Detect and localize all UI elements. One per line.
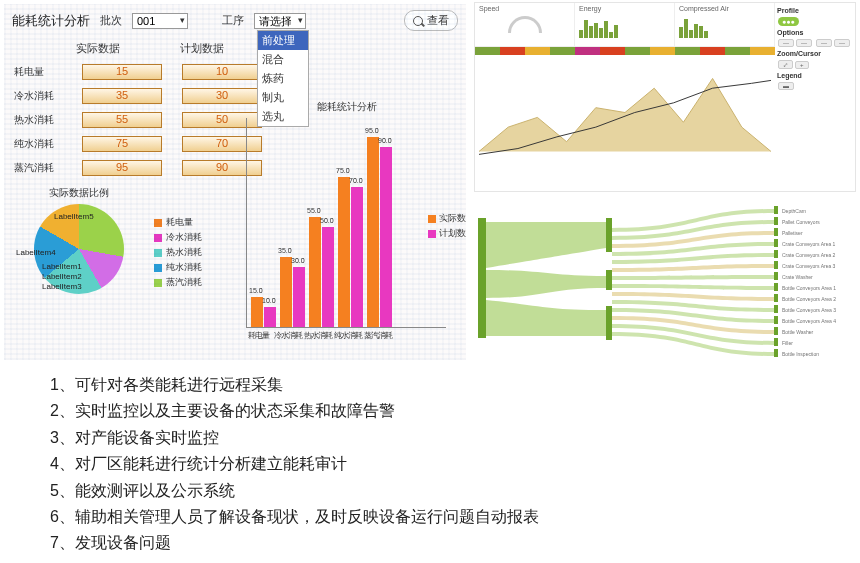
- svg-text:Bottle Inspection: Bottle Inspection: [782, 351, 819, 357]
- legend-swatch: [428, 215, 436, 223]
- panel-header: 能耗统计分析 批次 001 工序 请选择 查看: [4, 4, 466, 37]
- svg-text:DepthCam: DepthCam: [782, 208, 806, 214]
- svg-rect-4: [774, 206, 778, 214]
- legend-swatch: [154, 279, 162, 287]
- search-button[interactable]: 查看: [404, 10, 458, 31]
- trend-chart: [479, 59, 771, 169]
- list-item: 5、能效测评以及公示系统: [50, 478, 539, 504]
- pie-legend: 耗电量 冷水消耗 热水消耗 纯水消耗 蒸汽消耗: [154, 216, 202, 294]
- legend-swatch: [154, 234, 162, 242]
- svg-text:Crate Conveyors Area 1: Crate Conveyors Area 1: [782, 241, 836, 247]
- svg-text:Crate Washer: Crate Washer: [782, 274, 813, 280]
- bar-legend: 实际数 计划数: [428, 210, 466, 242]
- pie-graphic: LabelItem5 LabelItem4 LabelItem1 LabelIt…: [34, 204, 124, 294]
- feature-list: 1、可针对各类能耗进行远程采集2、实时监控以及主要设备的状态采集和故障告警3、对…: [50, 372, 539, 557]
- table-row: 耗电量1510: [14, 64, 466, 80]
- legend-swatch: [154, 264, 162, 272]
- option-button[interactable]: —: [796, 39, 812, 47]
- cursor-button[interactable]: +: [795, 61, 809, 69]
- svg-rect-18: [774, 283, 778, 291]
- dropdown-option[interactable]: 炼药: [258, 69, 308, 88]
- svg-rect-8: [774, 228, 778, 236]
- svg-text:Bottle Conveyors Area 2: Bottle Conveyors Area 2: [782, 296, 836, 302]
- list-item: 4、对厂区能耗进行统计分析建立能耗审计: [50, 451, 539, 477]
- svg-rect-12: [774, 250, 778, 258]
- gauge-energy: Energy: [575, 3, 675, 46]
- sankey-diagram: DepthCamPallet ConveyorsPalletiserCrate …: [476, 198, 854, 362]
- value-cell: 75: [82, 136, 162, 152]
- svg-rect-2: [606, 270, 612, 290]
- dropdown-option[interactable]: 混合: [258, 50, 308, 69]
- gauge-air: Compressed Air: [675, 3, 775, 46]
- dropdown-option[interactable]: 选丸: [258, 107, 308, 126]
- process-select[interactable]: 请选择: [254, 13, 306, 29]
- dropdown-option[interactable]: 制丸: [258, 88, 308, 107]
- dashboard-panel: Speed Energy Compressed Air Profile ●●● …: [474, 2, 856, 192]
- svg-rect-20: [774, 294, 778, 302]
- pie-chart: 实际数据比例 LabelItem5 LabelItem4 LabelItem1 …: [14, 186, 144, 294]
- svg-text:Bottle Conveyors Area 3: Bottle Conveyors Area 3: [782, 307, 836, 313]
- col-plan: 计划数据: [180, 41, 224, 56]
- svg-rect-26: [774, 327, 778, 335]
- dashboard-sidebar: Profile ●●● Options —— —— Zoom/Cursor ⤢+…: [775, 3, 855, 191]
- svg-text:Crate Conveyors Area 2: Crate Conveyors Area 2: [782, 252, 836, 258]
- svg-text:Crate Conveyors Area 3: Crate Conveyors Area 3: [782, 263, 836, 269]
- svg-text:Bottle Conveyors Area 1: Bottle Conveyors Area 1: [782, 285, 836, 291]
- svg-rect-30: [774, 349, 778, 357]
- legend-swatch: [428, 230, 436, 238]
- value-cell: 95: [82, 160, 162, 176]
- batch-select[interactable]: 001: [132, 13, 188, 29]
- svg-text:Bottle Washer: Bottle Washer: [782, 329, 814, 335]
- svg-text:Palletiser: Palletiser: [782, 230, 803, 236]
- value-cell: 10: [182, 64, 262, 80]
- svg-text:Filler: Filler: [782, 340, 793, 346]
- process-label: 工序: [222, 13, 244, 28]
- svg-rect-16: [774, 272, 778, 280]
- profile-pill[interactable]: ●●●: [778, 17, 799, 26]
- svg-rect-10: [774, 239, 778, 247]
- list-item: 7、发现设备问题: [50, 530, 539, 556]
- legend-swatch: [154, 219, 162, 227]
- svg-rect-24: [774, 316, 778, 324]
- legend-item: ▬: [778, 82, 794, 90]
- svg-rect-0: [478, 218, 486, 338]
- stats-panel: 能耗统计分析 批次 001 工序 请选择 查看 前处理 混合 炼药 制丸 选丸 …: [4, 4, 466, 360]
- list-item: 1、可针对各类能耗进行远程采集: [50, 372, 539, 398]
- search-icon: [413, 16, 423, 26]
- svg-rect-22: [774, 305, 778, 313]
- list-item: 3、对产能设备实时监控: [50, 425, 539, 451]
- zoom-button[interactable]: ⤢: [778, 60, 793, 69]
- gauge-speed: Speed: [475, 3, 575, 46]
- list-item: 6、辅助相关管理人员了解设备现状，及时反映设备运行问题自动报表: [50, 504, 539, 530]
- batch-label: 批次: [100, 13, 122, 28]
- bar-plot: 15.010.035.030.055.050.075.070.095.090.0: [246, 118, 446, 328]
- svg-rect-6: [774, 217, 778, 225]
- value-cell: 15: [82, 64, 162, 80]
- list-item: 2、实时监控以及主要设备的状态采集和故障告警: [50, 398, 539, 424]
- value-cell: 35: [82, 88, 162, 104]
- option-button[interactable]: —: [816, 39, 832, 47]
- process-dropdown-open[interactable]: 前处理 混合 炼药 制丸 选丸: [257, 30, 309, 127]
- col-actual: 实际数据: [76, 41, 120, 56]
- svg-rect-28: [774, 338, 778, 346]
- dropdown-option[interactable]: 前处理: [258, 31, 308, 50]
- value-cell: 55: [82, 112, 162, 128]
- svg-rect-14: [774, 261, 778, 269]
- panel-title: 能耗统计分析: [12, 12, 90, 30]
- option-button[interactable]: —: [778, 39, 794, 47]
- option-button[interactable]: —: [834, 39, 850, 47]
- svg-rect-1: [606, 218, 612, 252]
- bar-chart: 能耗统计分析 15.010.035.030.055.050.075.070.09…: [236, 100, 458, 354]
- svg-text:Pallet Conveyors: Pallet Conveyors: [782, 219, 820, 225]
- svg-rect-3: [606, 306, 612, 340]
- legend-swatch: [154, 249, 162, 257]
- svg-text:Bottle Conveyors Area 4: Bottle Conveyors Area 4: [782, 318, 836, 324]
